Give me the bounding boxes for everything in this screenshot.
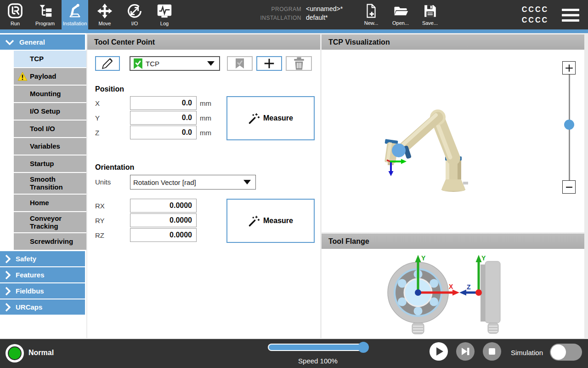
speed-slider-handle[interactable]: [358, 342, 369, 353]
new-icon: [363, 3, 379, 19]
zoom-in-button[interactable]: [562, 61, 576, 75]
play-button[interactable]: [430, 342, 448, 361]
chevron-down-icon: [5, 40, 14, 45]
tcp-visualization-title: TCP Visualization: [322, 34, 584, 50]
ry-label: RY: [95, 217, 105, 224]
edit-tcp-button[interactable]: [95, 56, 120, 71]
stop-icon: [483, 342, 501, 361]
measure-orientation-label: Measure: [263, 217, 293, 225]
file-info: PROGRAM <unnamed>* INSTALLATION default*: [256, 5, 343, 21]
save-button[interactable]: Save...: [418, 3, 441, 26]
delete-tcp-button[interactable]: [286, 56, 312, 71]
sidebar-item-smooth-transition[interactable]: Smooth Transition: [14, 173, 86, 194]
open-button[interactable]: Open...: [389, 3, 412, 26]
bookmark-check-icon-disabled: [235, 58, 244, 69]
sidebar-section-features[interactable]: Features: [0, 267, 85, 282]
measure-wand-icon: [248, 112, 260, 124]
sidebar-section-features-label: Features: [16, 271, 45, 279]
sidebar-item-startup[interactable]: Startup: [14, 155, 86, 172]
app-header: Run Program Installation: [0, 0, 588, 29]
z-input[interactable]: [130, 126, 197, 139]
zoom-out-icon: [564, 182, 574, 192]
sidebar-section-safety[interactable]: Safety: [0, 251, 85, 266]
simulation-toggle[interactable]: [550, 344, 582, 361]
sidebar-item-home[interactable]: Home: [14, 195, 86, 211]
z-label: Z: [95, 129, 99, 137]
units-select[interactable]: Rotation Vector [rad]: [130, 175, 256, 190]
sidebar-item-screwdriving[interactable]: Screwdriving: [14, 233, 86, 250]
zoom-slider-handle[interactable]: [564, 120, 574, 130]
tcp-panel-content: TCP Position X mm Y: [87, 50, 320, 338]
tab-log[interactable]: Log: [151, 0, 178, 29]
tab-run[interactable]: Run: [2, 0, 28, 29]
side-y-axis-label: Y: [481, 254, 486, 262]
rx-input[interactable]: [130, 199, 197, 213]
sidebar-section-fieldbus[interactable]: Fieldbus: [0, 283, 85, 299]
sidebar-section-general[interactable]: General: [0, 34, 85, 50]
installation-name: default*: [306, 14, 328, 21]
installation-label: INSTALLATION: [256, 15, 301, 21]
sidebar-item-tcp-label: TCP: [30, 55, 44, 63]
sidebar-section-urcaps[interactable]: URCaps: [0, 299, 85, 315]
zoom-in-icon: [564, 63, 574, 73]
installation-icon: [66, 2, 84, 20]
add-tcp-button[interactable]: [256, 56, 282, 71]
file-buttons: New... Open... Save...: [360, 3, 441, 26]
robot-status-light[interactable]: [6, 344, 24, 362]
tab-move[interactable]: Move: [91, 0, 118, 29]
sidebar: General TCP Payload Mounting I/O Setup T…: [0, 33, 86, 338]
sidebar-item-io-setup[interactable]: I/O Setup: [14, 103, 86, 120]
measure-wand-icon: [248, 215, 260, 227]
simulation-toggle-knob: [551, 345, 566, 360]
tab-io[interactable]: I/O: [121, 0, 148, 29]
ry-input[interactable]: [130, 213, 197, 227]
log-icon: [156, 2, 173, 20]
sidebar-item-variables[interactable]: Variables: [14, 138, 86, 155]
menu-icon[interactable]: [561, 7, 580, 23]
tcp-visualization-canvas[interactable]: [322, 50, 584, 232]
sidebar-item-conveyor-tracking[interactable]: Conveyor Tracking: [14, 212, 86, 233]
sidebar-item-tcp[interactable]: TCP: [14, 51, 86, 67]
chevron-right-icon: [5, 254, 11, 264]
side-z-axis-label: Z: [467, 283, 471, 291]
play-icon: [430, 342, 448, 361]
y-input[interactable]: [130, 111, 197, 125]
set-default-tcp-button[interactable]: [227, 56, 253, 71]
step-icon: [456, 342, 475, 361]
clock-line-1: CCCC: [522, 4, 548, 15]
tab-program[interactable]: Program: [32, 0, 58, 29]
program-label: PROGRAM: [256, 6, 301, 12]
chevron-right-icon: [5, 287, 11, 296]
sidebar-item-io-setup-label: I/O Setup: [30, 107, 60, 115]
sidebar-item-screwdriving-label: Screwdriving: [30, 237, 73, 245]
sidebar-item-mounting[interactable]: Mounting: [14, 86, 86, 102]
stop-button[interactable]: [483, 342, 501, 361]
new-button[interactable]: New...: [360, 3, 383, 26]
rz-input[interactable]: [130, 228, 197, 242]
ur-logo-icon: [6, 2, 24, 20]
edit-icon: [100, 58, 115, 69]
dropdown-caret-icon: [243, 180, 251, 184]
tcp-panel-title: Tool Center Point: [87, 34, 320, 50]
tab-log-label: Log: [160, 21, 169, 26]
primary-tabs: Run Program Installation: [2, 0, 178, 29]
new-label: New...: [364, 20, 379, 26]
sidebar-item-tool-io[interactable]: Tool I/O: [14, 121, 86, 137]
open-icon: [393, 3, 408, 19]
tab-move-label: Move: [99, 21, 111, 26]
sidebar-section-safety-label: Safety: [16, 255, 36, 263]
measure-orientation-button[interactable]: Measure: [226, 199, 315, 243]
tab-installation[interactable]: Installation: [62, 0, 88, 29]
measure-position-button[interactable]: Measure: [226, 96, 315, 140]
program-name: <unnamed>*: [306, 5, 343, 12]
tool-flange-views: Y X Y Z: [322, 249, 584, 338]
save-label: Save...: [422, 20, 438, 26]
sidebar-item-payload[interactable]: Payload: [14, 68, 86, 85]
speed-slider[interactable]: [268, 344, 368, 351]
sidebar-collapsed-sections: Safety Features Fieldbus URCaps: [0, 251, 86, 315]
step-button[interactable]: [456, 342, 475, 361]
zoom-out-button[interactable]: [562, 180, 576, 194]
tcp-select[interactable]: TCP: [130, 56, 220, 71]
robot-3d-view: [322, 50, 584, 232]
x-input[interactable]: [130, 96, 197, 110]
